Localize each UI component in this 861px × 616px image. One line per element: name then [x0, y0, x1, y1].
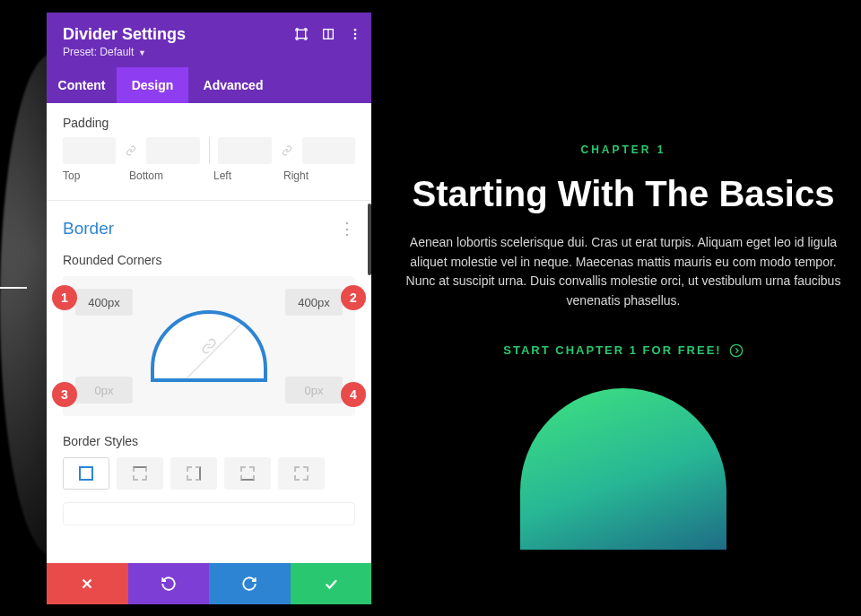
- scrollbar[interactable]: [368, 204, 371, 275]
- preset-label: Preset: Default: [63, 46, 134, 58]
- svg-point-3: [354, 29, 357, 31]
- corner-tl-input[interactable]: 400px: [75, 289, 133, 316]
- border-section-label: Border: [63, 219, 114, 239]
- link-horizontal-icon[interactable]: [279, 137, 295, 164]
- chapter-label: CHAPTER 1: [395, 143, 852, 156]
- rounded-corners-label: Rounded Corners: [63, 253, 355, 267]
- page-description: Aenean lobortis scelerisque dui. Cras ut…: [399, 233, 848, 311]
- close-icon: [79, 576, 95, 592]
- panel-header: Divider Settings Preset: Default ▼: [47, 13, 371, 67]
- background-divider-line: [0, 287, 27, 289]
- border-style-bottom[interactable]: [224, 457, 271, 490]
- pad-label-left: Left: [213, 169, 283, 182]
- more-vertical-icon[interactable]: ⋮: [339, 219, 355, 239]
- divider-preview-shape: [520, 388, 726, 550]
- expand-icon[interactable]: [294, 27, 309, 41]
- annotation-badge-1: 1: [52, 285, 77, 310]
- preset-dropdown[interactable]: Preset: Default ▼: [63, 46, 355, 58]
- redo-button[interactable]: [209, 563, 291, 604]
- pad-label-bottom: Bottom: [129, 169, 213, 182]
- page-heading: Starting With The Basics: [395, 174, 852, 213]
- corner-br-input[interactable]: 0px: [285, 377, 343, 403]
- corner-tr-input[interactable]: 400px: [285, 289, 343, 316]
- redo-icon: [241, 576, 257, 592]
- link-vertical-icon[interactable]: [123, 137, 139, 164]
- padding-divider: [209, 137, 210, 164]
- border-style-top[interactable]: [117, 457, 163, 490]
- padding-label: Padding: [63, 116, 355, 130]
- panel-body: Padding Top Bottom Left Right Border ⋮: [47, 103, 371, 563]
- cta-link[interactable]: START CHAPTER 1 FOR FREE!: [503, 343, 743, 358]
- pad-label-right: Right: [283, 169, 337, 182]
- padding-left-input[interactable]: [218, 137, 271, 164]
- undo-button[interactable]: [128, 563, 210, 604]
- annotation-badge-4: 4: [341, 382, 366, 407]
- cta-label: START CHAPTER 1 FOR FREE!: [503, 343, 721, 357]
- undo-icon: [161, 576, 177, 592]
- panel-footer: [47, 563, 371, 604]
- padding-inputs: [63, 137, 355, 164]
- header-icons: [294, 27, 362, 41]
- border-style-left[interactable]: [278, 457, 325, 490]
- padding-top-input[interactable]: [63, 137, 116, 164]
- cancel-button[interactable]: [47, 563, 128, 604]
- tabs: Content Design Advanced: [47, 67, 371, 103]
- more-vertical-icon[interactable]: [348, 27, 362, 41]
- svg-point-5: [354, 37, 357, 39]
- svg-rect-0: [297, 30, 305, 38]
- corner-bl-input[interactable]: 0px: [75, 377, 133, 403]
- border-style-right[interactable]: [170, 457, 217, 490]
- settings-panel: Divider Settings Preset: Default ▼ Conte…: [47, 13, 371, 604]
- corner-preview-shape: [151, 310, 267, 382]
- svg-point-8: [730, 344, 742, 356]
- link-icon[interactable]: [201, 338, 217, 354]
- arrow-right-circle-icon: [729, 343, 744, 358]
- padding-sublabels: Top Bottom Left Right: [63, 169, 355, 182]
- page-preview: CHAPTER 1 Starting With The Basics Aenea…: [386, 0, 861, 616]
- tab-design[interactable]: Design: [117, 67, 188, 103]
- border-styles-label: Border Styles: [63, 434, 355, 448]
- save-button[interactable]: [291, 563, 372, 604]
- border-style-all[interactable]: [63, 457, 109, 490]
- tab-advanced[interactable]: Advanced: [188, 67, 278, 103]
- section-separator: [47, 200, 371, 201]
- border-styles-row: [63, 457, 355, 490]
- columns-icon[interactable]: [321, 27, 335, 41]
- chevron-down-icon: ▼: [135, 48, 145, 57]
- border-detail-box[interactable]: [63, 502, 355, 525]
- rounded-corners-preview: 1 2 3 4 400px 400px 0px 0px: [63, 276, 355, 416]
- padding-right-input[interactable]: [302, 137, 355, 164]
- annotation-badge-3: 3: [52, 382, 77, 407]
- padding-bottom-input[interactable]: [146, 137, 199, 164]
- pad-label-top: Top: [63, 169, 129, 182]
- tab-content[interactable]: Content: [47, 67, 117, 103]
- check-icon: [323, 576, 339, 592]
- annotation-badge-2: 2: [341, 285, 366, 310]
- border-section-header[interactable]: Border ⋮: [63, 219, 355, 239]
- svg-point-4: [354, 33, 357, 36]
